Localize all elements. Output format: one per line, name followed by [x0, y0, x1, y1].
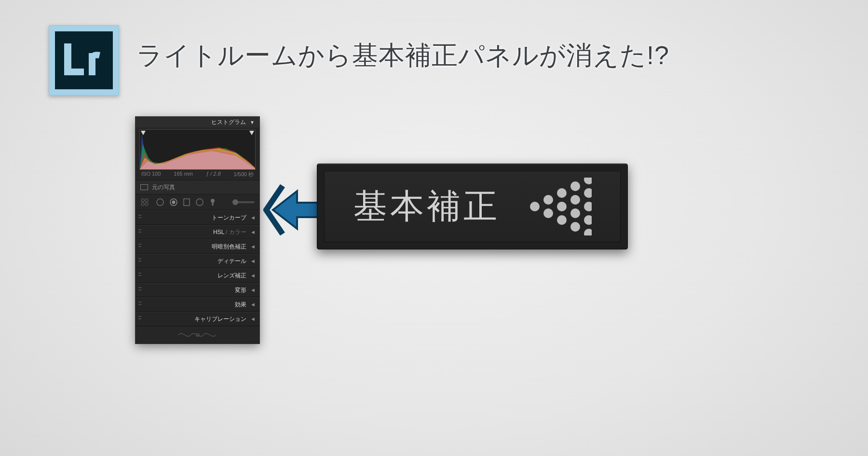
exif-shutter: 1/500 秒: [233, 171, 254, 178]
svg-point-12: [172, 201, 176, 204]
section-hsl-color[interactable]: HSL / カラー ◀: [136, 225, 259, 239]
section-label: 変形: [235, 286, 246, 294]
chevron-left-icon: ◀: [251, 259, 255, 263]
basic-panel-label: 基本補正: [353, 184, 500, 229]
svg-point-29: [584, 188, 592, 198]
panel-ornament: [136, 326, 259, 344]
chevron-left-icon: ◀: [251, 288, 255, 292]
chevron-left-icon: ◀: [251, 273, 255, 278]
svg-point-14: [196, 199, 203, 206]
lightroom-right-panel: ヒストグラム ▼ ISO 100 165 mm ƒ / 2.8 1/500 秒 …: [136, 117, 259, 344]
svg-point-22: [557, 202, 567, 211]
svg-rect-13: [184, 199, 190, 206]
svg-point-30: [584, 202, 592, 211]
svg-point-32: [584, 229, 592, 235]
panel-switch-icon[interactable]: [138, 273, 141, 278]
brush-size-slider[interactable]: [235, 201, 255, 203]
section-lens-corrections[interactable]: レンズ補正 ◀: [136, 268, 259, 283]
chevron-down-icon: ▼: [250, 120, 255, 125]
panel-switch-icon[interactable]: [138, 229, 141, 235]
svg-point-24: [570, 181, 580, 191]
original-photo-row[interactable]: 元の写真: [136, 180, 259, 194]
ornament-icon: [176, 331, 219, 339]
histogram-label: ヒストグラム: [211, 118, 246, 126]
section-label: HSL / カラー: [213, 228, 246, 236]
chevron-left-icon: ◀: [251, 317, 255, 321]
svg-point-15: [211, 199, 215, 203]
svg-point-21: [557, 188, 567, 198]
panel-switch-icon[interactable]: [138, 258, 141, 264]
svg-point-10: [157, 199, 163, 206]
gradient-tool-icon[interactable]: [183, 198, 190, 207]
radial-tool-icon[interactable]: [195, 198, 204, 207]
svg-point-20: [543, 208, 553, 218]
panel-switch-icon[interactable]: [138, 244, 141, 249]
svg-point-31: [584, 215, 592, 225]
svg-point-7: [145, 199, 148, 202]
svg-point-26: [570, 208, 580, 218]
svg-point-28: [584, 178, 592, 184]
section-label: レンズ補正: [217, 272, 246, 280]
section-label: キャリブレーション: [194, 315, 246, 323]
histogram-exif: ISO 100 165 mm ƒ / 2.8 1/500 秒: [136, 171, 259, 178]
svg-rect-16: [212, 202, 214, 206]
histogram-graph[interactable]: [139, 129, 256, 170]
headline-text: ライトルームから基本補正パネルが消えた!?: [136, 38, 669, 73]
svg-point-18: [530, 202, 540, 211]
exif-focal: 165 mm: [174, 171, 193, 178]
basic-panel-card: 基本補正: [317, 164, 628, 249]
section-label-part: HSL: [213, 229, 224, 235]
exif-iso: ISO 100: [141, 171, 161, 178]
histogram-header[interactable]: ヒストグラム ▼: [136, 117, 259, 127]
section-tone-curve[interactable]: トーンカーブ ◀: [136, 210, 259, 225]
svg-point-9: [145, 203, 148, 206]
svg-point-25: [570, 195, 580, 205]
redeye-tool-icon[interactable]: [169, 198, 178, 207]
panel-switch-icon[interactable]: [138, 215, 141, 221]
toolstrip: [136, 194, 259, 210]
svg-rect-1: [64, 69, 84, 75]
svg-point-27: [570, 222, 580, 232]
section-label: 効果: [235, 301, 246, 309]
lightroom-app-icon: [49, 25, 119, 96]
section-transform[interactable]: 変形 ◀: [136, 283, 259, 297]
panel-switch-icon[interactable]: [138, 316, 141, 322]
lr-glyph-icon: [60, 41, 108, 79]
svg-point-8: [141, 203, 144, 206]
svg-point-6: [141, 199, 144, 202]
crop-tool-icon[interactable]: [140, 198, 151, 207]
dot-triangle-icon: [529, 178, 592, 235]
chevron-left-icon: ◀: [251, 302, 255, 307]
section-detail[interactable]: ディテール ◀: [136, 254, 259, 268]
svg-point-23: [557, 215, 567, 225]
panel-switch-icon[interactable]: [138, 287, 141, 293]
section-label: 明暗別色補正: [212, 243, 246, 251]
section-label: トーンカーブ: [212, 214, 246, 222]
section-split-toning[interactable]: 明暗別色補正 ◀: [136, 239, 259, 254]
chevron-left-icon: ◀: [251, 244, 255, 249]
section-calibration[interactable]: キャリブレーション ◀: [136, 312, 259, 326]
compare-icon: [140, 184, 148, 190]
original-photo-label: 元の写真: [152, 183, 175, 192]
lightroom-app-icon-inner: [55, 31, 113, 89]
panel-switch-icon[interactable]: [138, 302, 141, 307]
chevron-left-icon: ◀: [251, 215, 255, 220]
spot-tool-icon[interactable]: [156, 198, 164, 207]
exif-aperture: ƒ / 2.8: [206, 171, 221, 178]
histogram-icon: [140, 130, 255, 169]
svg-point-19: [543, 195, 553, 205]
brush-tool-icon[interactable]: [209, 198, 217, 207]
section-label: ディテール: [217, 257, 246, 265]
section-effects[interactable]: 効果 ◀: [136, 297, 259, 312]
section-label-dim: / カラー: [224, 229, 246, 235]
chevron-left-icon: ◀: [251, 230, 255, 235]
